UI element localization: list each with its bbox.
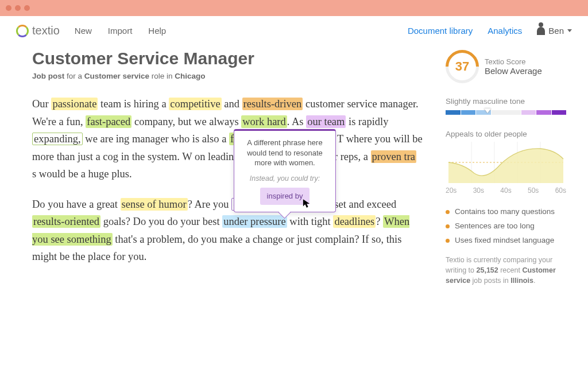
score-label: Textio Score (485, 57, 542, 66)
cursor-icon (303, 199, 311, 209)
brand-text: textio (32, 24, 60, 37)
score-rating: Below Average (485, 66, 542, 76)
paragraph-1[interactable]: Our passionate team is hiring a competit… (32, 95, 423, 183)
hl-results-driven[interactable]: results-driven (242, 98, 303, 110)
issue-item[interactable]: Sentences are too long (446, 222, 566, 230)
hl-fast-paced[interactable]: fast-paced (86, 115, 131, 128)
hl-competitive[interactable]: competitive (169, 98, 221, 110)
hl-proven-track[interactable]: proven tra (371, 150, 417, 163)
nav-analytics[interactable]: Analytics (488, 26, 522, 36)
hl-passionate[interactable]: passionate (51, 98, 98, 110)
issue-item[interactable]: Uses fixed mindset language (446, 236, 566, 244)
paragraph-2[interactable]: Do you have a great sense of humor? Are … (32, 196, 423, 266)
score-ring: 37 (446, 50, 479, 83)
age-axis: 20s30s40s50s60s (446, 187, 566, 195)
comparison-footnote: Textio is currently comparing your writi… (446, 255, 566, 286)
traffic-light-max[interactable] (24, 5, 30, 11)
hl-results-oriented[interactable]: results-oriented (32, 215, 100, 228)
nav-help[interactable]: Help (148, 26, 166, 36)
tone-pointer-icon (484, 108, 491, 113)
score-value: 37 (455, 59, 469, 74)
score-widget[interactable]: 37 Textio Score Below Average (446, 50, 566, 83)
user-menu[interactable]: Ben (537, 26, 572, 36)
hl-under-pressure[interactable]: under pressure (222, 215, 287, 228)
hl-work-hard[interactable]: work hard (241, 115, 287, 128)
hl-our-team[interactable]: our team (306, 115, 346, 128)
doc-subtitle: Job post for a Customer service role in … (32, 72, 423, 80)
age-appeal-label: Appeals to older people (446, 130, 566, 138)
traffic-light-close[interactable] (6, 5, 11, 11)
age-appeal-chart[interactable] (446, 142, 566, 183)
hl-sense-of-humor[interactable]: sense of humor (121, 198, 188, 211)
nav-new[interactable]: New (75, 26, 92, 36)
issue-item[interactable]: Contains too many questions (446, 207, 566, 216)
brand-ring-icon (16, 25, 29, 37)
nav-right: Document library Analytics Ben (408, 26, 572, 36)
suggestion-tooltip: A different phrase here would tend to re… (234, 129, 336, 212)
hl-expanding[interactable]: expanding, (32, 133, 83, 145)
nav-document-library[interactable]: Document library (408, 26, 473, 36)
tone-label: Slightly masculine tone (446, 97, 566, 106)
hl-deadlines[interactable]: deadlines (333, 215, 376, 228)
issue-list: Contains too many questions Sentences ar… (446, 207, 566, 244)
brand-logo[interactable]: textio (16, 24, 60, 37)
doc-title[interactable]: Customer Service Manager (32, 49, 423, 68)
top-nav: textio New Import Help Document library … (0, 16, 588, 43)
nav-import[interactable]: Import (108, 26, 133, 36)
tooltip-message: A different phrase here would tend to re… (240, 138, 330, 168)
tone-meter[interactable] (446, 110, 566, 115)
nav-left: New Import Help (75, 26, 166, 36)
sidebar-insights: 37 Textio Score Below Average Slightly m… (446, 49, 566, 286)
tooltip-subheading: Instead, you could try: (240, 173, 330, 185)
user-name: Ben (548, 26, 564, 36)
traffic-light-min[interactable] (15, 5, 21, 11)
user-icon (537, 27, 545, 35)
chevron-down-icon (567, 29, 572, 32)
editor-pane[interactable]: Customer Service Manager Job post for a … (32, 49, 423, 286)
window-titlebar (0, 0, 588, 16)
